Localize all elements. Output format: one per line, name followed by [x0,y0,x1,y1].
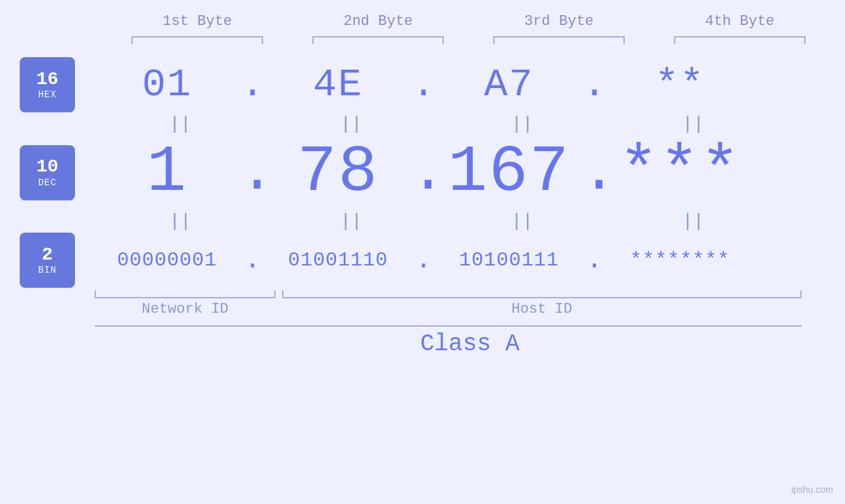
class-a-row: Class A [0,331,845,357]
hex-b1: 01 [95,62,239,107]
equals-row-2: || || || || [0,211,845,231]
watermark: ipshu.com [791,484,833,495]
bin-dot3: . [581,246,608,275]
dec-row: 10 DEC 1 . 78 . 167 . *** [0,135,845,210]
eq2-b1: || [95,211,266,231]
dec-dot1: . [239,139,266,206]
bin-dot2: . [410,246,437,275]
byte3-header: 3rd Byte [487,13,631,30]
bin-values: 00000001 . 01001110 . 10100111 . *******… [95,246,845,275]
bin-b3: 10100111 [437,249,581,271]
bin-badge-number: 2 [42,245,53,265]
eq2-b4: || [608,211,779,231]
byte-headers: 1st Byte 2nd Byte 3rd Byte 4th Byte [107,13,831,30]
bin-badge-label: BIN [38,265,57,275]
hex-dot3: . [581,62,608,107]
bin-badge: 2 BIN [20,233,75,288]
hex-b2: 4E [266,62,410,107]
eq1-b2: || [266,114,437,134]
byte4-header: 4th Byte [667,13,812,30]
main-container: 1st Byte 2nd Byte 3rd Byte 4th Byte 16 H… [0,0,845,504]
top-brackets [107,36,831,44]
eq1-b4: || [608,114,779,134]
bin-row: 2 BIN 00000001 . 01001110 . 10100111 . *… [0,233,845,288]
bottom-brackets [95,290,845,298]
hex-row: 16 HEX 01 . 4E . A7 . ** [0,57,845,112]
hex-badge: 16 HEX [20,57,75,112]
hex-b3: A7 [437,62,581,107]
network-bracket [95,290,276,298]
host-bracket [282,290,802,298]
bracket-b2 [312,36,444,44]
network-id-label: Network ID [95,301,276,317]
bracket-b3 [493,36,625,44]
byte2-header: 2nd Byte [306,13,450,30]
bracket-b4 [674,36,806,44]
hex-badge-label: HEX [38,89,57,100]
id-labels: Network ID Host ID [0,301,845,317]
bin-b2: 01001110 [266,249,410,271]
dec-badge: 10 DEC [20,145,75,200]
host-id-label: Host ID [282,301,802,317]
dec-b3: 167 [437,135,581,210]
eq1-b1: || [95,114,266,134]
bin-b1: 00000001 [95,249,239,271]
dec-badge-number: 10 [36,157,59,177]
dec-dot2: . [410,139,437,206]
dec-badge-label: DEC [38,177,57,188]
class-line [95,325,802,327]
dec-b4: *** [608,135,752,210]
bin-b4: ******** [608,249,752,271]
bottom-area: Network ID Host ID Class A [0,288,845,357]
eq1-b3: || [437,114,608,134]
dec-b1: 1 [95,135,239,210]
byte1-header: 1st Byte [125,13,270,30]
hex-badge-number: 16 [36,70,59,90]
eq2-b3: || [437,211,608,231]
hex-dot2: . [410,62,437,107]
hex-dot1: . [239,62,266,107]
equals-row-1: || || || || [0,114,845,134]
dec-b2: 78 [266,135,410,210]
dec-values: 1 . 78 . 167 . *** [95,135,845,210]
hex-b4: ** [608,62,752,107]
hex-values: 01 . 4E . A7 . ** [95,62,845,107]
bin-dot1: . [239,246,266,275]
class-a-label: Class A [116,331,823,357]
eq2-b2: || [266,211,437,231]
bracket-b1 [132,36,263,44]
dec-dot3: . [581,139,608,206]
